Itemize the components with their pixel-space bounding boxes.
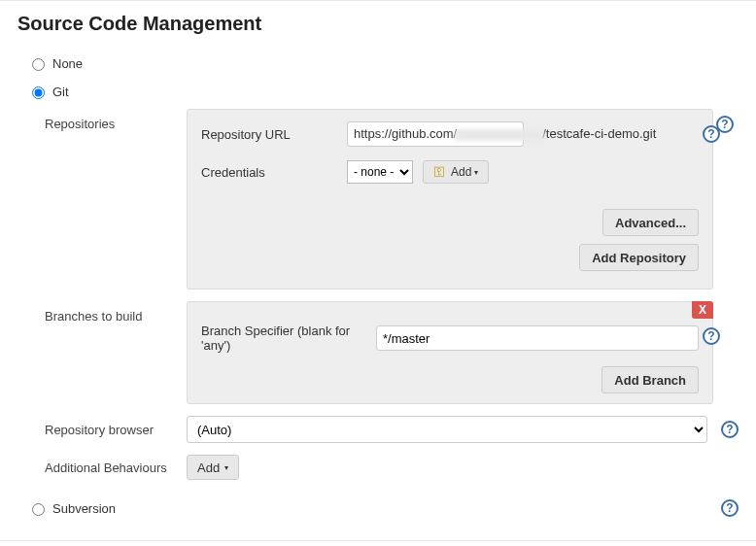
scm-option-none[interactable]: None [17,52,739,77]
advanced-label: Advanced... [615,216,686,230]
add-credentials-label: Add [451,165,471,179]
repositories-box: ? Repository URL https://github.com//tes… [187,109,713,290]
advanced-button[interactable]: Advanced... [602,209,699,236]
credentials-row: Credentials - none - ⚿ Add ▾ [201,160,699,184]
help-icon[interactable]: ? [721,499,739,517]
repo-browser-select[interactable]: (Auto) [187,416,707,443]
key-icon: ⚿ [433,165,445,179]
git-config: Repositories ? Repository URL https://gi… [17,109,739,480]
additional-behaviours-row: Additional Behaviours Add ▾ [45,455,739,480]
branches-box: X Branch Specifier (blank for 'any') ? A… [187,301,713,404]
branches-label: Branches to build [45,301,187,324]
add-repo-row: Add Repository [201,244,699,271]
add-branch-button[interactable]: Add Branch [601,366,699,393]
help-icon[interactable]: ? [703,327,720,345]
radio-subversion-label: Subversion [52,501,116,516]
branch-specifier-row: Branch Specifier (blank for 'any') ? [201,324,699,353]
radio-none-label: None [52,56,83,71]
branch-specifier-label: Branch Specifier (blank for 'any') [201,324,376,353]
add-credentials-button[interactable]: ⚿ Add ▾ [423,160,489,184]
repositories-row: Repositories ? Repository URL https://gi… [45,109,739,290]
add-branch-row: Add Branch [201,366,699,393]
advanced-row: Advanced... [201,209,699,236]
caret-down-icon: ▾ [474,168,478,177]
radio-git-label: Git [52,85,69,99]
credentials-select[interactable]: - none - [347,160,413,184]
branch-specifier-input[interactable] [376,325,699,351]
repositories-label: Repositories [45,109,187,131]
help-icon[interactable]: ? [703,125,720,143]
help-icon[interactable]: ? [721,421,739,438]
delete-branch-button[interactable]: X [692,301,713,319]
add-behaviour-label: Add [197,461,220,475]
caret-down-icon: ▾ [224,463,228,472]
repo-url-row: Repository URL https://github.com//testc… [201,121,699,147]
additional-behaviours-label: Additional Behaviours [45,461,187,475]
scm-option-subversion[interactable]: Subversion ? [17,492,739,523]
add-behaviour-button[interactable]: Add ▾ [187,455,239,480]
repo-browser-label: Repository browser [45,423,187,437]
radio-none[interactable] [32,58,45,71]
scm-option-git[interactable]: Git [17,81,739,105]
section-title: Source Code Management [17,13,739,35]
repo-url-suffix: /testcafe-ci-demo.git [542,126,656,141]
repo-browser-row: Repository browser (Auto) ? [45,416,739,443]
repo-url-input[interactable] [347,121,524,147]
radio-subversion[interactable] [32,503,45,516]
scm-section: Source Code Management None Git Reposito… [0,0,756,541]
add-branch-label: Add Branch [614,373,686,388]
radio-git[interactable] [32,86,45,99]
repo-url-label: Repository URL [201,127,347,142]
add-repository-label: Add Repository [592,251,686,265]
branches-row: Branches to build X Branch Specifier (bl… [45,301,739,404]
credentials-label: Credentials [201,165,347,180]
add-repository-button[interactable]: Add Repository [579,244,699,271]
